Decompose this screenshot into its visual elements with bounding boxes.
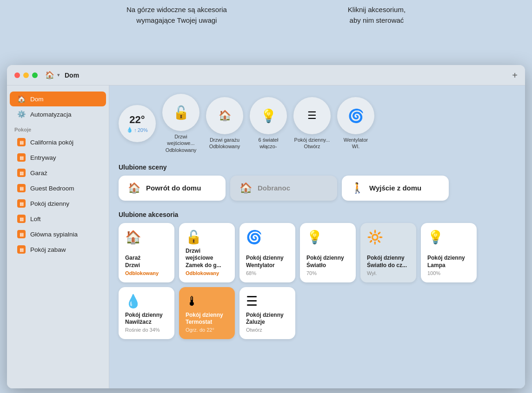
- accessory-status-garaz-drzwi: Odblokowany: [125, 270, 168, 276]
- accessory-name-nawilzacz: Pokój dziennyNawilżacz: [125, 312, 168, 326]
- top-accessory-circle-pokój-dzienny: ☰: [293, 97, 331, 134]
- accessories-header: Ulubione akcesoria: [119, 211, 516, 218]
- scenes-grid: 🏠 Powrót do domu 🏠 Dobranoc 🚶 Wyjście z …: [119, 176, 516, 201]
- sidebar-item-loft[interactable]: ▦ Loft: [10, 211, 106, 226]
- weather-widget[interactable]: 22° 💧 ↑ 20%: [119, 105, 156, 142]
- accessory-name-garaz-drzwi: GarażDrzwi: [125, 255, 168, 269]
- sidebar-label-pokój-zabaw: Pokój zabaw: [30, 246, 66, 253]
- top-accessory-drzwi-garazu[interactable]: 🏠 Drzwi garażuOdblokowany: [206, 97, 243, 150]
- accessory-name-zaluzje: Pokój dziennyŻaluzje: [246, 312, 289, 326]
- scene-powrot-label: Powrót do domu: [146, 184, 201, 192]
- accessory-termostat[interactable]: 🌡 Pokój dziennyTermostat Ogrz. do 22°: [179, 287, 235, 339]
- room-icon-loft: ▦: [17, 215, 26, 223]
- sidebar-item-dom[interactable]: 🏠 Dom: [10, 92, 106, 106]
- accessory-nawilzacz[interactable]: 💧 Pokój dziennyNawilżacz Rośnie do 34%: [119, 287, 174, 339]
- accessory-icon-drzwi-zamek: 🔓: [186, 229, 228, 245]
- accessory-lampa[interactable]: 💡 Pokój dziennyLampa 100%: [421, 223, 477, 282]
- accessory-icon-termostat: 🌡: [186, 294, 228, 309]
- room-icon-california: ▦: [17, 138, 26, 146]
- main-panel: 22° 💧 ↑ 20% 🔓 Drzwi wejściowe...Odblokow…: [109, 85, 525, 388]
- sidebar-item-glowna-sypialnia[interactable]: ▦ Główna sypialnia: [10, 227, 106, 242]
- sidebar-label-pokój-dzienny: Pokój dzienny: [30, 200, 69, 207]
- automation-icon: ⚙️: [17, 110, 26, 118]
- sidebar-item-automatyzacja[interactable]: ⚙️ Automatyzacja: [10, 107, 106, 122]
- content-area: 🏠 Dom ⚙️ Automatyzacja Pokoje ▦ Californ…: [7, 85, 525, 388]
- humidity-icon: 💧: [126, 127, 133, 133]
- accessory-status-lampa: 100%: [427, 270, 470, 276]
- rooms-section-label: Pokoje: [7, 122, 109, 134]
- accessories-grid: 🏠 GarażDrzwi Odblokowany 🔓 Drzwi wejścio…: [119, 223, 516, 339]
- sidebar-item-dom-label: Dom: [30, 96, 44, 103]
- top-accessory-swiatla[interactable]: 💡 6 światełwłączo-: [250, 97, 287, 150]
- scene-powrot[interactable]: 🏠 Powrót do domu: [119, 176, 226, 201]
- accessory-icon-swiatlo-cz: 🔆: [367, 229, 410, 245]
- scene-powrot-icon: 🏠: [128, 182, 140, 194]
- scene-dobranoc[interactable]: 🏠 Dobranoc: [230, 176, 337, 201]
- accessory-icon-swiatlo: 💡: [306, 229, 349, 245]
- accessory-wentylator[interactable]: 🌀 Pokój dziennyWentylator 68%: [239, 223, 295, 282]
- accessory-swiatlo[interactable]: 💡 Pokój dziennyŚwiatło 70%: [300, 223, 356, 282]
- annotation-left: Na górze widoczne są akcesoria wymagając…: [126, 5, 227, 26]
- main-window: 🏠 ▾ Dom + 🏠 Dom ⚙️ Automatyzacja Pokoje …: [7, 65, 525, 388]
- minimize-button[interactable]: [23, 72, 29, 78]
- top-accessory-pokój-dzienny-otworz[interactable]: ☰ Pokój dzienny...Otwórz: [293, 97, 331, 150]
- maximize-button[interactable]: [32, 72, 38, 78]
- scene-wyjscie[interactable]: 🚶 Wyjście z domu: [342, 176, 449, 201]
- top-accessory-label-drzwi-garazu: Drzwi garażuOdblokowany: [209, 137, 240, 150]
- top-accessory-wentylator[interactable]: 🌀 WentylatorWI.: [337, 97, 374, 150]
- close-button[interactable]: [14, 72, 20, 78]
- accessory-name-drzwi-zamek: Drzwi wejścioweZamek do g...: [186, 248, 228, 269]
- accessory-name-termostat: Pokój dziennyTermostat: [186, 312, 228, 326]
- sidebar-item-automatyzacja-label: Automatyzacja: [30, 111, 72, 118]
- accessory-name-lampa: Pokój dziennyLampa: [427, 255, 470, 269]
- sidebar-label-loft: Loft: [30, 216, 41, 223]
- top-accessory-label-drzwi-wejsciowe: Drzwi wejściowe...Odblokowany: [162, 133, 200, 153]
- accessory-swiatlo-cz[interactable]: 🔆 Pokój dziennyŚwiatło do cz... Wył.: [360, 223, 416, 282]
- accessory-drzwi-zamek[interactable]: 🔓 Drzwi wejścioweZamek do g... Odblokowa…: [179, 223, 235, 282]
- sidebar-label-california: California pokój: [30, 139, 73, 146]
- scenes-header: Ulubione sceny: [119, 164, 516, 171]
- accessory-status-termostat: Ogrz. do 22°: [186, 327, 228, 333]
- sidebar-item-pokój-zabaw[interactable]: ▦ Pokój zabaw: [10, 242, 106, 257]
- scene-wyjscie-icon: 🚶: [351, 182, 364, 194]
- accessory-icon-nawilzacz: 💧: [125, 294, 168, 309]
- sidebar-item-guest-bedroom[interactable]: ▦ Guest Bedroom: [10, 181, 106, 196]
- accessory-status-zaluzje: Otwórz: [246, 327, 289, 333]
- top-accessory-label-swiatla: 6 światełwłączo-: [259, 137, 279, 150]
- scene-dobranoc-label: Dobranoc: [258, 184, 290, 192]
- scene-dobranoc-icon: 🏠: [239, 182, 252, 194]
- sidebar-label-glowna-sypialnia: Główna sypialnia: [30, 231, 78, 238]
- add-button[interactable]: +: [512, 71, 518, 80]
- weather-humidity: 💧 ↑ 20%: [126, 127, 148, 133]
- sidebar-item-entryway[interactable]: ▦ Entryway: [10, 150, 106, 165]
- accessory-icon-garaz-drzwi: 🏠: [125, 229, 168, 245]
- sidebar-item-pokój-dzienny[interactable]: ▦ Pokój dzienny: [10, 196, 106, 211]
- accessory-icon-zaluzje: ☰: [246, 294, 289, 309]
- annotation-right: Kliknij akcesorium, aby nim sterować: [348, 5, 406, 26]
- accessory-garaz-drzwi[interactable]: 🏠 GarażDrzwi Odblokowany: [119, 223, 174, 282]
- accessory-status-nawilzacz: Rośnie do 34%: [125, 327, 168, 333]
- accessory-zaluzje[interactable]: ☰ Pokój dziennyŻaluzje Otwórz: [239, 287, 295, 339]
- room-icon-entryway: ▦: [17, 153, 26, 162]
- nav-chevron[interactable]: ▾: [57, 72, 60, 78]
- titlebar-nav: 🏠 ▾ Dom: [45, 71, 79, 79]
- sidebar-item-garaz[interactable]: ▦ Garaż: [10, 165, 106, 180]
- top-accessory-label-wentylator: WentylatorWI.: [344, 137, 368, 150]
- scene-wyjscie-label: Wyjście z domu: [369, 184, 421, 192]
- weather-temp: 22°: [129, 114, 145, 126]
- top-accessories-row: 22° 💧 ↑ 20% 🔓 Drzwi wejściowe...Odblokow…: [119, 94, 516, 153]
- top-accessory-circle-swiatla: 💡: [250, 97, 287, 134]
- room-icon-glowna-sypialnia: ▦: [17, 230, 26, 238]
- accessory-status-swiatlo-cz: Wył.: [367, 270, 410, 276]
- home-nav-icon: 🏠: [17, 95, 26, 103]
- home-icon: 🏠: [45, 71, 54, 79]
- accessory-status-drzwi-zamek: Odblokowany: [186, 270, 228, 276]
- top-accessory-drzwi-wejsciowe[interactable]: 🔓 Drzwi wejściowe...Odblokowany: [162, 94, 200, 153]
- sidebar-label-guest: Guest Bedroom: [30, 185, 74, 192]
- accessory-status-swiatlo: 70%: [306, 270, 349, 276]
- sidebar-item-california[interactable]: ▦ California pokój: [10, 135, 106, 150]
- accessory-name-swiatlo: Pokój dziennyŚwiatło: [306, 255, 349, 269]
- room-icon-pokój-dzienny: ▦: [17, 199, 26, 208]
- accessory-name-wentylator: Pokój dziennyWentylator: [246, 255, 289, 269]
- traffic-lights: [14, 72, 38, 78]
